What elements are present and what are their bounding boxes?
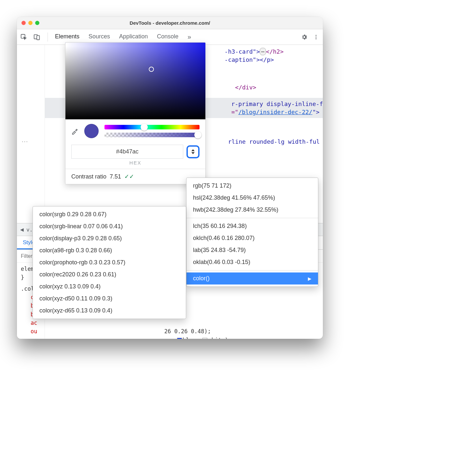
color-submenu: color(srgb 0.29 0.28 0.67) color(srgb-li… [33, 206, 186, 319]
color-format-menu: rgb(75 71 172) hsl(242.38deg 41.56% 47.6… [186, 178, 318, 287]
svg-point-4 [316, 36, 317, 37]
menu-item-lab[interactable]: lab(35 24.83 -54.79) [186, 244, 318, 256]
format-label: HEX [65, 160, 205, 169]
color-preview-swatch [84, 124, 99, 138]
submenu-item-xyz-d65[interactable]: color(xyz-d65 0.13 0.09 0.4) [33, 305, 186, 317]
more-options-icon[interactable] [312, 33, 320, 41]
submenu-item-xyz-d50[interactable]: color(xyz-d50 0.11 0.09 0.3) [33, 293, 186, 305]
svg-point-5 [316, 38, 317, 39]
ellipsis-icon: ⋯ [21, 138, 29, 145]
tab-application[interactable]: Application [119, 33, 148, 41]
color-swatch-blue[interactable] [177, 338, 182, 339]
menu-separator [186, 218, 318, 218]
window-title: DevTools - developer.chrome.com/ [17, 20, 323, 26]
inspect-element-icon[interactable] [20, 33, 27, 41]
alpha-slider[interactable] [104, 133, 200, 137]
tab-elements[interactable]: Elements [55, 33, 79, 41]
contrast-row[interactable]: Contrast ratio 7.51 ✓✓ [65, 169, 205, 184]
more-tabs-button[interactable]: » [187, 33, 191, 41]
hue-slider-handle[interactable] [141, 124, 148, 131]
submenu-item-srgb[interactable]: color(srgb 0.29 0.28 0.67) [33, 208, 186, 220]
href-link[interactable]: /blog/insider-dec-22/ [238, 109, 312, 115]
menu-item-hsl[interactable]: hsl(242.38deg 41.56% 47.65%) [186, 192, 318, 204]
breadcrumb-scroll-left-icon[interactable]: ◀ [20, 227, 24, 232]
color-label: blue [183, 337, 196, 339]
css-value: 26 0.26 0.48); [164, 328, 211, 335]
menu-item-rgb[interactable]: rgb(75 71 172) [186, 180, 318, 192]
svg-point-3 [316, 35, 317, 36]
svg-rect-2 [37, 35, 39, 40]
contrast-value: 7.51 [110, 173, 121, 180]
submenu-item-xyz[interactable]: color(xyz 0.13 0.09 0.4) [33, 281, 186, 293]
color-format-toggle-button[interactable] [186, 145, 200, 158]
menu-item-lch[interactable]: lch(35 60.16 294.38) [186, 220, 318, 232]
alpha-slider-handle[interactable] [194, 131, 201, 139]
settings-icon[interactable] [301, 33, 308, 41]
submenu-item-prophoto-rgb[interactable]: color(prophoto-rgb 0.3 0.23 0.57) [33, 257, 186, 269]
saturation-handle[interactable] [149, 67, 154, 72]
eyedropper-icon[interactable] [71, 127, 78, 135]
hex-input[interactable] [71, 145, 183, 159]
hue-slider[interactable] [104, 125, 200, 129]
css-prop: ou [31, 328, 37, 335]
menu-item-color-fn[interactable]: color() ▶ [186, 272, 318, 284]
menu-item-oklab[interactable]: oklab(0.46 0.03 -0.15) [186, 256, 318, 268]
contrast-pass-icon: ✓✓ [124, 173, 134, 180]
menu-separator [186, 270, 318, 271]
submenu-item-rec2020[interactable]: color(rec2020 0.26 0.23 0.61) [33, 269, 186, 281]
submenu-item-a98-rgb[interactable]: color(a98-rgb 0.3 0.28 0.66) [33, 245, 186, 257]
color-picker-popover: HEX Contrast ratio 7.51 ✓✓ [65, 42, 206, 184]
menu-item-hwb[interactable]: hwb(242.38deg 27.84% 32.55%) [186, 204, 318, 216]
tab-sources[interactable]: Sources [89, 33, 110, 41]
contrast-label: Contrast ratio [71, 173, 106, 180]
toolbar-separator [48, 33, 48, 42]
submenu-item-srgb-linear[interactable]: color(srgb-linear 0.07 0.06 0.41) [33, 220, 186, 232]
panel-tabs: Elements Sources Application Console » [55, 33, 295, 41]
submenu-item-display-p3[interactable]: color(display-p3 0.29 0.28 0.65) [33, 232, 186, 245]
color-swatch-white[interactable] [202, 338, 207, 339]
titlebar: DevTools - developer.chrome.com/ [17, 17, 323, 29]
saturation-field[interactable] [65, 43, 205, 119]
device-toggle-icon[interactable] [33, 33, 40, 41]
color-label: white [208, 337, 225, 339]
submenu-arrow-icon: ▶ [308, 276, 311, 281]
css-prop: ac [31, 320, 37, 326]
tab-console[interactable]: Console [157, 33, 178, 41]
menu-item-oklch[interactable]: oklch(0.46 0.16 280.07) [186, 232, 318, 244]
